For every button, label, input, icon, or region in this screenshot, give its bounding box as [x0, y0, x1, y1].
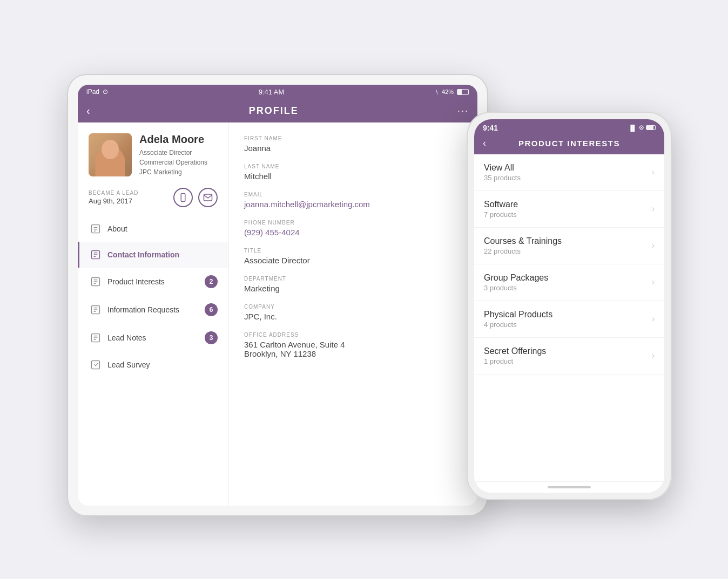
field-value: Associate Director	[244, 256, 462, 265]
list-item-content: Courses & Trainings22 products	[484, 236, 652, 255]
email-button[interactable]	[198, 188, 218, 207]
chevron-right-icon: ›	[652, 204, 655, 214]
list-item-group-packages[interactable]: Group Packages3 products›	[474, 264, 664, 301]
sidebar-navigation: About Contact Information	[78, 216, 228, 378]
sidebar-item-contact-information[interactable]: Contact Information	[78, 242, 228, 268]
battery-icon	[457, 89, 469, 95]
battery-fill	[457, 90, 462, 94]
avatar-image	[89, 133, 132, 176]
ipad-battery: 42%	[442, 88, 454, 95]
iphone-back-button[interactable]: ‹	[483, 138, 486, 149]
information-requests-badge: 6	[205, 303, 218, 316]
list-item-secret-offerings[interactable]: Secret Offerings1 product›	[474, 338, 664, 374]
field-value: Mitchell	[244, 172, 462, 181]
chevron-right-icon: ›	[652, 314, 655, 324]
profile-company: JPC Marketing	[139, 167, 207, 177]
list-item-content: View All35 products	[484, 163, 652, 182]
lead-survey-icon	[90, 359, 101, 370]
contact-field-last-name: LAST NAMEMitchell	[244, 164, 462, 181]
list-item-title: Physical Products	[484, 310, 652, 319]
list-item-subtitle: 3 products	[484, 284, 652, 292]
became-lead-label: BECAME A LEAD	[89, 190, 138, 196]
list-item-subtitle: 22 products	[484, 247, 652, 255]
avatar	[89, 133, 132, 176]
sidebar-item-label-information-requests: Information Requests	[107, 305, 205, 314]
chevron-right-icon: ›	[652, 277, 655, 287]
iphone-bottom-bar	[474, 481, 664, 493]
sidebar-item-label-product-interests: Product Interests	[107, 277, 205, 286]
field-label: PHONE NUMBER	[244, 220, 462, 226]
field-value: 361 Carlton Avenue, Suite 4 Brooklyn, NY…	[244, 340, 462, 358]
sidebar-item-about[interactable]: About	[78, 216, 228, 242]
contact-field-phone-number: PHONE NUMBER(929) 455-4024	[244, 220, 462, 237]
wifi-icon: ⊙	[103, 88, 108, 96]
contact-action-icons	[173, 188, 218, 207]
field-label: TITLE	[244, 248, 462, 254]
list-item-subtitle: 4 products	[484, 321, 652, 329]
contact-field-company: COMPANYJPC, Inc.	[244, 304, 462, 321]
iphone-time: 9:41	[483, 124, 498, 132]
ipad-carrier: iPad	[86, 88, 99, 96]
list-item-physical-products[interactable]: Physical Products4 products›	[474, 301, 664, 338]
iphone-page-title: PRODUCT INTERESTS	[518, 139, 620, 148]
list-item-title: Secret Offerings	[484, 346, 652, 356]
page-title: PROFILE	[249, 105, 299, 117]
information-requests-icon	[90, 304, 101, 315]
field-label: COMPANY	[244, 304, 462, 310]
list-item-software[interactable]: Software7 products›	[474, 191, 664, 228]
list-item-title: Courses & Trainings	[484, 236, 652, 246]
field-label: DEPARTMENT	[244, 276, 462, 282]
field-label: FIRST NAME	[244, 135, 462, 141]
field-label: OFFICE ADDRESS	[244, 332, 462, 338]
field-value[interactable]: (929) 455-4024	[244, 228, 462, 237]
contact-information-icon	[90, 249, 101, 260]
phone-button[interactable]	[173, 188, 193, 207]
ipad-status-left: iPad ⊙	[86, 88, 108, 96]
list-item-title: View All	[484, 163, 652, 173]
signal-bars-icon: ▐▌	[628, 125, 637, 131]
about-icon	[90, 223, 101, 234]
list-item-courses-trainings[interactable]: Courses & Trainings22 products›	[474, 228, 664, 264]
list-item-subtitle: 7 products	[484, 210, 652, 219]
field-label: LAST NAME	[244, 164, 462, 169]
list-item-title: Group Packages	[484, 273, 652, 283]
profile-lead-info: BECAME A LEAD Aug 9th, 2017	[78, 188, 228, 216]
lead-notes-icon	[90, 332, 101, 343]
ipad-nav-bar: ‹ PROFILE ···	[78, 99, 477, 122]
iphone-nav-bar: ‹ PRODUCT INTERESTS	[474, 134, 664, 154]
list-item-view-all[interactable]: View All35 products›	[474, 154, 664, 191]
sidebar-item-label-lead-notes: Lead Notes	[107, 333, 205, 342]
lead-notes-badge: 3	[205, 331, 218, 344]
profile-header: Adela Moore Associate Director Commercia…	[78, 133, 228, 188]
list-item-subtitle: 1 product	[484, 357, 652, 365]
product-interests-badge: 2	[205, 275, 218, 288]
sidebar-item-label-lead-survey: Lead Survey	[107, 360, 218, 369]
product-interests-icon	[90, 276, 101, 287]
profile-job-title: Associate Director	[139, 148, 207, 158]
field-value: Joanna	[244, 144, 462, 153]
svg-rect-0	[181, 193, 185, 201]
sidebar-item-product-interests[interactable]: Product Interests 2	[78, 268, 228, 296]
ipad-sidebar: Adela Moore Associate Director Commercia…	[78, 122, 229, 506]
wifi-status-icon: ⊙	[639, 124, 644, 131]
contact-field-office-address: OFFICE ADDRESS361 Carlton Avenue, Suite …	[244, 332, 462, 358]
lead-date-block: BECAME A LEAD Aug 9th, 2017	[89, 190, 138, 205]
sidebar-item-lead-notes[interactable]: Lead Notes 3	[78, 324, 228, 352]
sidebar-item-information-requests[interactable]: Information Requests 6	[78, 296, 228, 324]
svg-rect-2	[92, 224, 100, 233]
back-button[interactable]: ‹	[86, 105, 90, 117]
ipad-status-bar: iPad ⊙ 9:41 AM ∖ 42%	[78, 85, 477, 99]
ipad-main-content: FIRST NAMEJoannaLAST NAMEMitchellEMAILjo…	[229, 122, 477, 506]
sidebar-item-lead-survey[interactable]: Lead Survey	[78, 352, 228, 378]
field-value[interactable]: joanna.mitchell@jpcmarketing.com	[244, 200, 462, 209]
sidebar-item-label-about: About	[107, 224, 218, 233]
more-options-button[interactable]: ···	[457, 105, 469, 117]
list-item-content: Physical Products4 products	[484, 310, 652, 329]
profile-name-block: Adela Moore Associate Director Commercia…	[139, 133, 207, 177]
iphone-device: 9:41 ▐▌ ⊙ ‹ PRODUCT INTERESTS	[467, 112, 672, 500]
home-indicator	[548, 486, 591, 488]
ipad-screen: iPad ⊙ 9:41 AM ∖ 42% ‹ PROFILE	[78, 85, 477, 506]
ipad-content: Adela Moore Associate Director Commercia…	[78, 122, 477, 506]
ipad-device: iPad ⊙ 9:41 AM ∖ 42% ‹ PROFILE	[67, 74, 488, 516]
profile-name: Adela Moore	[139, 133, 207, 146]
